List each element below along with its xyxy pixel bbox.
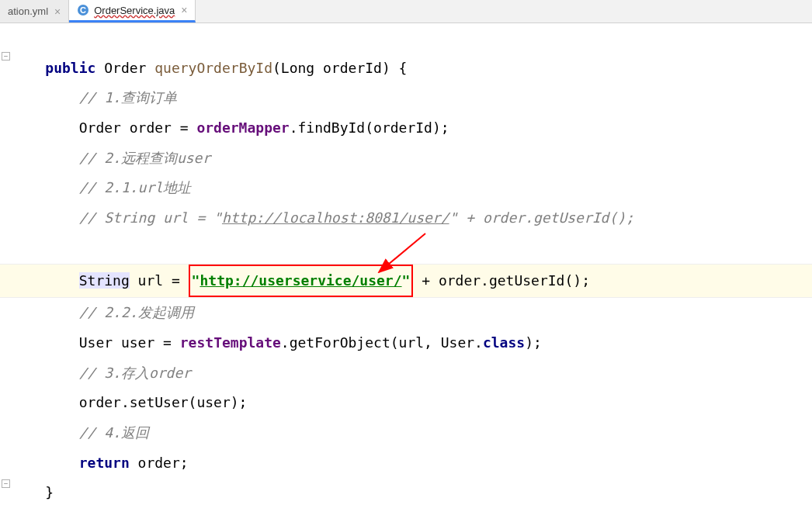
code-line (0, 233, 812, 264)
gutter: − − (2, 48, 11, 488)
code-line: // 2.2.发起调用 (0, 298, 812, 328)
code-line: // 2.1.url地址 (0, 173, 812, 203)
fold-icon[interactable]: − (2, 479, 10, 488)
code-line: // 3.存入order (0, 358, 812, 389)
code-line: order.setUser(user); (0, 388, 812, 418)
tab-label: OrderService.java (94, 5, 175, 16)
code-line: // 4.返回 (0, 418, 812, 448)
fold-icon[interactable]: − (2, 52, 10, 61)
code-line: User user = restTemplate.getForObject(ur… (0, 328, 812, 358)
close-icon[interactable]: × (54, 5, 61, 18)
code-line: public Order queryOrderById(Long orderId… (0, 54, 812, 84)
tab-label: ation.yml (8, 5, 48, 17)
code-line: // 1.查询订单 (0, 83, 812, 113)
code-line: // String url = "http://localhost:8081/u… (0, 203, 812, 233)
close-icon[interactable]: × (181, 4, 187, 16)
code-line: return order; (0, 448, 812, 479)
svg-text:C: C (80, 5, 86, 15)
java-class-icon: C (77, 4, 89, 16)
code-line: // 2.远程查询user (0, 144, 812, 174)
code-line: } (0, 478, 812, 505)
tab-orderservice[interactable]: C OrderService.java × (69, 0, 196, 22)
code-line: Order order = orderMapper.findById(order… (0, 113, 812, 144)
tab-yml[interactable]: ation.yml × (0, 0, 69, 22)
tab-bar: ation.yml × C OrderService.java × (0, 0, 812, 23)
highlighted-url-box: "http://userservice/user/" (189, 265, 414, 298)
code-line-highlighted: String url = "http://userservice/user/" … (0, 264, 812, 299)
code-editor[interactable]: public Order queryOrderById(Long orderId… (0, 23, 812, 505)
